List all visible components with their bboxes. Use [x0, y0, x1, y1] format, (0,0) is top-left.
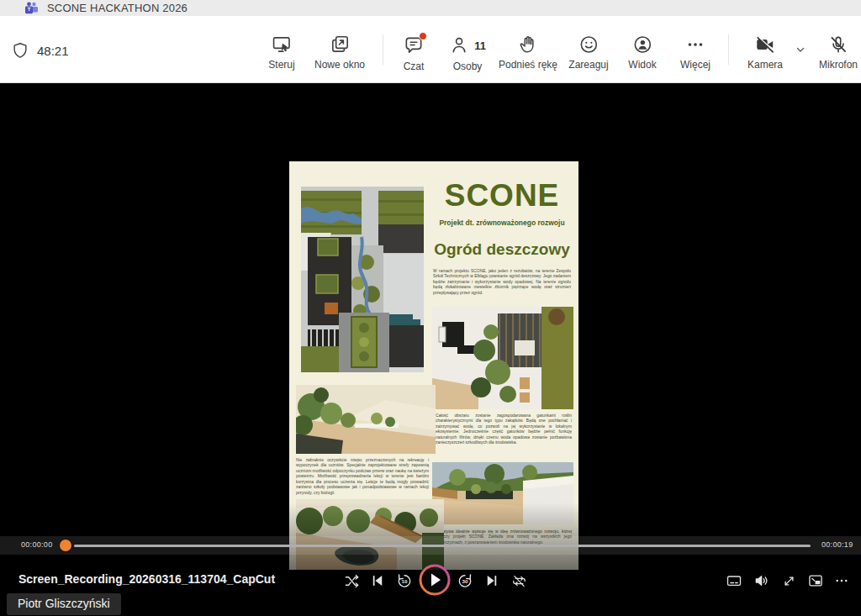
nowe-okno-icon: [329, 34, 351, 55]
skip-previous-icon: [370, 573, 385, 588]
meeting-title: SCONE HACKATHON 2026: [47, 2, 188, 14]
meeting-toolbar: 48:21 Steruj Nowe okno: [0, 16, 861, 83]
mikrofon-off-icon: [827, 34, 849, 55]
wiecej-label: Więcej: [680, 59, 710, 71]
steruj-icon: [271, 34, 293, 55]
poster-header: SCONE Projekt dt. zrównoważonego rozwoju…: [430, 180, 573, 296]
poster-subtitle: Projekt dt. zrównoważonego rozwoju: [430, 218, 573, 227]
osoby-icon: [449, 34, 471, 56]
shuffle-button[interactable]: [341, 571, 362, 590]
poster-terrace-render-image: [296, 385, 436, 454]
shuffle-icon: [344, 573, 360, 589]
poster-paragraph-1: W ramach projektu SCONE, jako jeden z re…: [430, 269, 573, 296]
more-icon: [834, 573, 849, 588]
nowe-okno-button[interactable]: Nowe okno: [314, 34, 365, 71]
video-filename: Screen_Recording_20260316_113704_CapCut: [18, 572, 275, 586]
osoby-label: Osoby: [453, 61, 483, 72]
steruj-button[interactable]: Steruj: [268, 34, 294, 71]
skip-previous-button[interactable]: [367, 571, 388, 590]
svg-text:T: T: [28, 7, 31, 12]
steruj-label: Steruj: [268, 59, 294, 71]
captions-button[interactable]: [724, 571, 744, 590]
resize-button[interactable]: [779, 571, 799, 590]
skip-next-button[interactable]: [482, 571, 502, 590]
play-button[interactable]: [418, 563, 452, 597]
poster-paragraph-3: Nie zabraknie oczywiście miejsc przeznac…: [296, 458, 429, 496]
mikrofon-button[interactable]: Mikrofon: [819, 34, 858, 71]
poster-title: SCONE: [430, 180, 573, 211]
skip-next-icon: [484, 573, 499, 588]
kamera-button[interactable]: Kamera: [747, 34, 783, 71]
replay-10-icon: 10: [396, 572, 413, 589]
shield-icon: [11, 41, 29, 63]
presenter-name-tag: Piotr Gliszczyński: [7, 593, 121, 615]
teams-logo-icon: T: [24, 2, 39, 14]
zareaguj-button[interactable]: Zareaguj: [568, 34, 608, 71]
seekbar[interactable]: [74, 545, 811, 547]
toolbar-separator: [728, 34, 729, 65]
popout-button[interactable]: [806, 571, 826, 590]
captions-icon: [726, 572, 742, 589]
player-more-button[interactable]: [832, 571, 852, 590]
volume-icon: [753, 572, 770, 589]
replay-10-button[interactable]: 10: [394, 571, 415, 590]
widok-button[interactable]: Widok: [628, 34, 656, 71]
repeat-off-icon: [511, 573, 527, 589]
nowe-okno-label: Nowe okno: [314, 59, 365, 71]
czat-label: Czat: [404, 61, 425, 72]
podnies-reke-button[interactable]: Podnieś rękę: [499, 34, 557, 71]
kamera-label: Kamera: [747, 59, 783, 71]
poster-paragraph-2: Całość obszaru zostanie zagospodarowana …: [436, 413, 572, 446]
wiecej-button[interactable]: Więcej: [680, 34, 710, 71]
osoby-button[interactable]: 11 Osoby: [449, 34, 486, 72]
current-time: 00:00:00: [21, 540, 52, 549]
svg-text:10: 10: [402, 578, 408, 584]
people-count: 11: [474, 39, 486, 52]
poster-site-plan-image: [301, 187, 424, 372]
meeting-timer: 48:21: [37, 44, 69, 58]
podnies-reke-label: Podnieś rękę: [499, 59, 557, 71]
zareaguj-label: Zareaguj: [568, 59, 608, 71]
kamera-chevron-down-icon[interactable]: [794, 43, 807, 60]
kamera-off-icon: [754, 34, 776, 55]
zareaguj-icon: [578, 34, 600, 55]
widok-label: Widok: [628, 59, 656, 71]
podnies-reke-icon: [517, 34, 539, 55]
repeat-off-button[interactable]: [509, 571, 529, 590]
titlebar: T SCONE HACKATHON 2026: [0, 0, 861, 16]
mikrofon-label: Mikrofon: [819, 59, 858, 71]
toolbar-separator: [383, 34, 383, 65]
poster-aerial-render-image: [432, 307, 573, 409]
chat-unread-dot: [419, 32, 427, 40]
widok-icon: [631, 34, 653, 55]
czat-button[interactable]: Czat: [403, 34, 425, 72]
popout-icon: [807, 572, 824, 589]
resize-icon: [781, 573, 797, 589]
volume-button[interactable]: [752, 571, 772, 590]
teams-meeting-window: T SCONE HACKATHON 2026 48:21 Steruj: [0, 0, 861, 616]
seekbar-scrubber[interactable]: [60, 540, 71, 551]
svg-text:30: 30: [462, 578, 468, 584]
total-time: 00:00:19: [821, 540, 853, 549]
forward-30-button[interactable]: 30: [455, 571, 475, 590]
shared-screen-stage: SCONE Projekt dt. zrównoważonego rozwoju…: [0, 84, 861, 616]
poster-heading: Ogród deszczowy: [430, 240, 573, 259]
wiecej-icon: [684, 34, 706, 55]
forward-30-icon: 30: [457, 572, 473, 589]
